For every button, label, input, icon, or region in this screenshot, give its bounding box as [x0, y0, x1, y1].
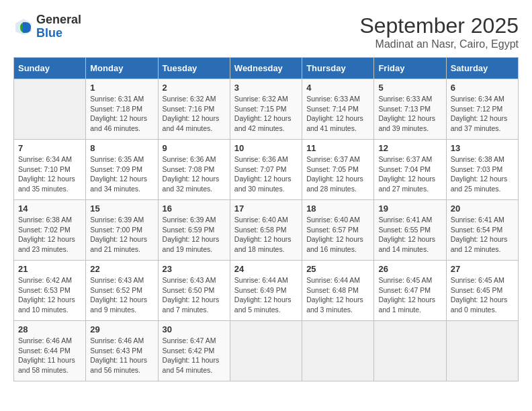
- day-info: Sunrise: 6:39 AM Sunset: 7:00 PM Dayligh…: [90, 215, 153, 255]
- day-number: 9: [163, 143, 226, 153]
- day-number: 15: [90, 203, 153, 214]
- day-number: 20: [451, 203, 514, 214]
- day-number: 19: [378, 203, 441, 214]
- calendar-cell: 9Sunrise: 6:36 AM Sunset: 7:08 PM Daylig…: [158, 140, 230, 200]
- day-number: 25: [306, 264, 369, 274]
- day-info: Sunrise: 6:33 AM Sunset: 7:14 PM Dayligh…: [306, 94, 369, 134]
- day-number: 14: [18, 203, 81, 214]
- calendar-cell: 15Sunrise: 6:39 AM Sunset: 7:00 PM Dayli…: [86, 200, 158, 261]
- day-info: Sunrise: 6:32 AM Sunset: 7:15 PM Dayligh…: [234, 94, 298, 134]
- day-number: 21: [18, 264, 81, 274]
- calendar-cell: 1Sunrise: 6:31 AM Sunset: 7:18 PM Daylig…: [86, 79, 158, 140]
- day-number: 27: [451, 264, 514, 274]
- weekday-header: Tuesday: [158, 58, 230, 79]
- day-info: Sunrise: 6:45 AM Sunset: 6:47 PM Dayligh…: [378, 275, 441, 315]
- calendar-cell: 28Sunrise: 6:46 AM Sunset: 6:44 PM Dayli…: [14, 321, 86, 381]
- calendar-cell: 2Sunrise: 6:32 AM Sunset: 7:16 PM Daylig…: [158, 79, 230, 140]
- day-number: 28: [18, 324, 81, 334]
- calendar-cell: 14Sunrise: 6:38 AM Sunset: 7:02 PM Dayli…: [14, 200, 86, 261]
- weekday-header: Saturday: [446, 58, 518, 79]
- calendar-cell: 21Sunrise: 6:42 AM Sunset: 6:53 PM Dayli…: [14, 261, 86, 321]
- calendar-week-row: 7Sunrise: 6:34 AM Sunset: 7:10 PM Daylig…: [14, 140, 519, 200]
- calendar-cell: 18Sunrise: 6:40 AM Sunset: 6:57 PM Dayli…: [302, 200, 374, 261]
- day-number: 10: [234, 143, 298, 153]
- day-number: 1: [90, 83, 153, 93]
- calendar-cell: 25Sunrise: 6:44 AM Sunset: 6:48 PM Dayli…: [302, 261, 374, 321]
- calendar-cell: 30Sunrise: 6:47 AM Sunset: 6:42 PM Dayli…: [158, 321, 230, 381]
- day-number: 2: [163, 83, 226, 93]
- day-info: Sunrise: 6:43 AM Sunset: 6:52 PM Dayligh…: [90, 275, 153, 315]
- day-number: 7: [18, 143, 81, 153]
- day-number: 4: [306, 83, 369, 93]
- calendar-cell: 13Sunrise: 6:38 AM Sunset: 7:03 PM Dayli…: [446, 140, 518, 200]
- calendar-cell: 10Sunrise: 6:36 AM Sunset: 7:07 PM Dayli…: [230, 140, 302, 200]
- calendar-cell: 8Sunrise: 6:35 AM Sunset: 7:09 PM Daylig…: [86, 140, 158, 200]
- day-info: Sunrise: 6:38 AM Sunset: 7:03 PM Dayligh…: [451, 154, 514, 194]
- calendar-cell: [302, 321, 374, 381]
- calendar-week-row: 28Sunrise: 6:46 AM Sunset: 6:44 PM Dayli…: [14, 321, 519, 381]
- day-info: Sunrise: 6:40 AM Sunset: 6:57 PM Dayligh…: [306, 215, 369, 255]
- page-header: General Blue September 2025 Madinat an N…: [13, 13, 519, 50]
- location: Madinat an Nasr, Cairo, Egypt: [359, 38, 519, 50]
- day-number: 13: [451, 143, 514, 153]
- day-info: Sunrise: 6:37 AM Sunset: 7:05 PM Dayligh…: [306, 154, 369, 194]
- day-number: 8: [90, 143, 153, 153]
- calendar-week-row: 14Sunrise: 6:38 AM Sunset: 7:02 PM Dayli…: [14, 200, 519, 261]
- day-info: Sunrise: 6:35 AM Sunset: 7:09 PM Dayligh…: [90, 154, 153, 194]
- day-info: Sunrise: 6:36 AM Sunset: 7:07 PM Dayligh…: [234, 154, 298, 194]
- calendar-cell: 26Sunrise: 6:45 AM Sunset: 6:47 PM Dayli…: [374, 261, 446, 321]
- calendar-cell: 24Sunrise: 6:44 AM Sunset: 6:49 PM Dayli…: [230, 261, 302, 321]
- calendar-cell: [446, 321, 518, 381]
- day-info: Sunrise: 6:44 AM Sunset: 6:49 PM Dayligh…: [234, 275, 298, 315]
- calendar-cell: [14, 79, 86, 140]
- calendar-cell: 19Sunrise: 6:41 AM Sunset: 6:55 PM Dayli…: [374, 200, 446, 261]
- calendar-cell: 11Sunrise: 6:37 AM Sunset: 7:05 PM Dayli…: [302, 140, 374, 200]
- day-info: Sunrise: 6:42 AM Sunset: 6:53 PM Dayligh…: [18, 275, 81, 315]
- weekday-header: Wednesday: [230, 58, 302, 79]
- day-info: Sunrise: 6:31 AM Sunset: 7:18 PM Dayligh…: [90, 94, 153, 134]
- day-number: 3: [234, 83, 298, 93]
- day-info: Sunrise: 6:36 AM Sunset: 7:08 PM Dayligh…: [163, 154, 226, 194]
- day-info: Sunrise: 6:39 AM Sunset: 6:59 PM Dayligh…: [163, 215, 226, 255]
- calendar-cell: [374, 321, 446, 381]
- calendar-week-row: 1Sunrise: 6:31 AM Sunset: 7:18 PM Daylig…: [14, 79, 519, 140]
- day-number: 23: [163, 264, 226, 274]
- day-number: 6: [451, 83, 514, 93]
- day-info: Sunrise: 6:32 AM Sunset: 7:16 PM Dayligh…: [163, 94, 226, 134]
- day-number: 26: [378, 264, 441, 274]
- day-info: Sunrise: 6:41 AM Sunset: 6:55 PM Dayligh…: [378, 215, 441, 255]
- weekday-header: Monday: [86, 58, 158, 79]
- calendar-cell: 12Sunrise: 6:37 AM Sunset: 7:04 PM Dayli…: [374, 140, 446, 200]
- month-title: September 2025: [359, 13, 519, 38]
- day-info: Sunrise: 6:46 AM Sunset: 6:44 PM Dayligh…: [18, 336, 81, 375]
- day-number: 29: [90, 324, 153, 334]
- calendar-cell: 20Sunrise: 6:41 AM Sunset: 6:54 PM Dayli…: [446, 200, 518, 261]
- day-number: 12: [378, 143, 441, 153]
- day-info: Sunrise: 6:40 AM Sunset: 6:58 PM Dayligh…: [234, 215, 298, 255]
- calendar-cell: 23Sunrise: 6:43 AM Sunset: 6:50 PM Dayli…: [158, 261, 230, 321]
- day-info: Sunrise: 6:34 AM Sunset: 7:12 PM Dayligh…: [451, 94, 514, 134]
- day-info: Sunrise: 6:38 AM Sunset: 7:02 PM Dayligh…: [18, 215, 81, 255]
- calendar-week-row: 21Sunrise: 6:42 AM Sunset: 6:53 PM Dayli…: [14, 261, 519, 321]
- title-block: September 2025 Madinat an Nasr, Cairo, E…: [359, 13, 519, 50]
- day-number: 18: [306, 203, 369, 214]
- calendar-cell: 6Sunrise: 6:34 AM Sunset: 7:12 PM Daylig…: [446, 79, 518, 140]
- day-number: 11: [306, 143, 369, 153]
- day-number: 16: [163, 203, 226, 214]
- calendar-cell: [230, 321, 302, 381]
- calendar-cell: 29Sunrise: 6:46 AM Sunset: 6:43 PM Dayli…: [86, 321, 158, 381]
- day-number: 30: [163, 324, 226, 334]
- day-info: Sunrise: 6:33 AM Sunset: 7:13 PM Dayligh…: [378, 94, 441, 134]
- calendar-cell: 17Sunrise: 6:40 AM Sunset: 6:58 PM Dayli…: [230, 200, 302, 261]
- day-info: Sunrise: 6:45 AM Sunset: 6:45 PM Dayligh…: [451, 275, 514, 315]
- logo-text: General Blue: [36, 13, 81, 40]
- day-info: Sunrise: 6:44 AM Sunset: 6:48 PM Dayligh…: [306, 275, 369, 315]
- day-number: 24: [234, 264, 298, 274]
- day-number: 22: [90, 264, 153, 274]
- logo: General Blue: [13, 13, 81, 40]
- day-number: 17: [234, 203, 298, 214]
- day-number: 5: [378, 83, 441, 93]
- weekday-header: Friday: [374, 58, 446, 79]
- logo-icon: [13, 17, 34, 37]
- calendar-cell: 7Sunrise: 6:34 AM Sunset: 7:10 PM Daylig…: [14, 140, 86, 200]
